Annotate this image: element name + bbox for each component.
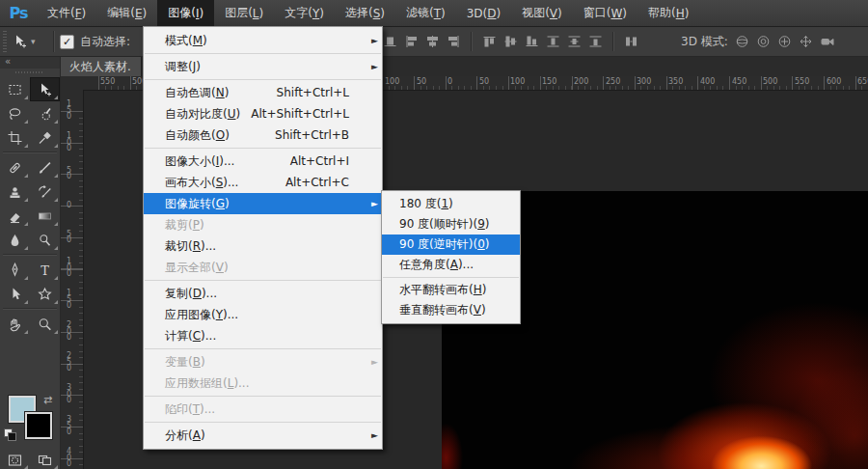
history-brush-tool[interactable]: [30, 179, 60, 204]
tools-panel-grip[interactable]: [15, 71, 44, 73]
menu-item-reveal-all: 显示全部(V): [144, 257, 382, 278]
menu-item-calculations[interactable]: 计算(C)...: [144, 325, 382, 346]
submenu-item-rotate-180[interactable]: 180 度(1): [382, 194, 520, 214]
hruler-number: 200: [574, 77, 588, 86]
submenu-item-rotate-90-ccw[interactable]: 90 度(逆时针)(0): [382, 234, 520, 255]
align-left-icon[interactable]: [404, 35, 419, 48]
submenu-item-flip-vertical[interactable]: 垂直翻转画布(V): [382, 300, 520, 320]
3d-camera-icon[interactable]: [820, 35, 834, 48]
3d-pan-icon[interactable]: [777, 35, 792, 48]
tools-panel: « T ⇄: [0, 56, 61, 469]
eraser-tool[interactable]: [0, 204, 30, 228]
options-bar-grip[interactable]: [3, 31, 7, 52]
menu-item-auto-color[interactable]: 自动颜色(O)Shift+Ctrl+B: [144, 124, 382, 146]
color-swatches: ⇄: [0, 396, 60, 446]
submenu-item-flip-horizontal[interactable]: 水平翻转画布(H): [382, 280, 520, 300]
align-buttons-group: [383, 27, 638, 56]
dist-bottom-icon[interactable]: [588, 35, 603, 48]
options-bar: ▾ ✓ 自动选择: 3D 模式:: [0, 27, 868, 57]
hruler-number: 150: [542, 77, 556, 86]
align-bottom-icon[interactable]: [525, 35, 539, 48]
hruler-number: 50: [479, 77, 489, 86]
align-hcenter-icon[interactable]: [425, 35, 440, 48]
clone-stamp-tool[interactable]: [0, 179, 30, 204]
menu-item-image-size[interactable]: 图像大小(I)...Alt+Ctrl+I: [144, 151, 382, 172]
submenu-arrow-icon: ►: [366, 199, 378, 208]
quick-selection-tool[interactable]: [30, 101, 60, 125]
move-tool-icon: [12, 34, 28, 49]
hruler-number: 550: [100, 77, 115, 86]
background-color-swatch[interactable]: [25, 412, 52, 439]
vertical-ruler[interactable]: 2 0 01 5 01 0 05 005 01 0 01 5 02 0 02 5…: [60, 90, 84, 469]
pen-tool[interactable]: [0, 258, 30, 282]
document-tab[interactable]: 火焰人素材.: [60, 57, 142, 77]
menubar-item-type[interactable]: 文字(Y): [274, 0, 335, 26]
submenu-item-arbitrary[interactable]: 任意角度(A)...: [382, 255, 520, 275]
crop-tool[interactable]: [0, 125, 30, 150]
align-vmiddle-icon[interactable]: [503, 35, 518, 48]
gradient-tool[interactable]: [30, 204, 60, 228]
default-colors-icon[interactable]: [4, 428, 15, 440]
swap-colors-icon[interactable]: ⇄: [43, 394, 52, 406]
dist-top-icon[interactable]: [546, 35, 560, 48]
current-tool-preset[interactable]: ▾: [12, 30, 50, 53]
dist-vcenter-icon[interactable]: [567, 35, 582, 48]
type-tool[interactable]: T: [30, 258, 60, 282]
3d-roll-icon[interactable]: [756, 35, 771, 48]
submenu-arrow-icon: ►: [366, 430, 378, 440]
menubar-item-window[interactable]: 窗口(W): [573, 0, 637, 26]
menubar-item-file[interactable]: 文件(F): [37, 0, 96, 26]
menu-item-variables: 变量(B)►: [144, 351, 382, 372]
menu-item-auto-contrast[interactable]: 自动对比度(U)Alt+Shift+Ctrl+L: [144, 103, 382, 124]
zoom-tool[interactable]: [30, 312, 60, 336]
custom-shape-tool[interactable]: [30, 282, 60, 306]
lasso-tool[interactable]: [0, 101, 30, 125]
menu-item-apply-image[interactable]: 应用图像(Y)...: [144, 304, 382, 325]
menubar-item-3d[interactable]: 3D(D): [456, 0, 512, 26]
collapse-panel-button[interactable]: «: [0, 56, 60, 69]
screen-mode-button[interactable]: [30, 450, 60, 469]
vruler-number: 2 5 0: [67, 353, 71, 372]
menubar-item-select[interactable]: 选择(S): [335, 0, 395, 26]
move-tool[interactable]: [30, 77, 60, 101]
menu-item-adjustments[interactable]: 调整(J)►: [144, 56, 382, 77]
hruler-number: 550: [795, 77, 809, 86]
menubar-item-view[interactable]: 视图(V): [511, 0, 573, 26]
menu-item-mode[interactable]: 模式(M)►: [144, 30, 382, 51]
menubar-item-edit[interactable]: 编辑(E): [96, 0, 157, 26]
tools-bottom-buttons: [0, 450, 60, 469]
vruler-number: 5 0: [67, 232, 71, 244]
path-selection-tool[interactable]: [0, 282, 30, 306]
hand-tool[interactable]: [0, 312, 30, 336]
auto-select-checkbox[interactable]: ✓: [60, 35, 74, 49]
menu-item-canvas-size[interactable]: 画布大小(S)...Alt+Ctrl+C: [144, 172, 382, 193]
menu-item-duplicate[interactable]: 复制(D)...: [144, 283, 382, 304]
3d-rotate-icon[interactable]: [735, 35, 749, 48]
menu-item-image-rotation[interactable]: 图像旋转(G)►: [144, 193, 382, 214]
menubar-item-image[interactable]: 图像(I): [157, 0, 214, 26]
eyedropper-tool[interactable]: [30, 125, 60, 150]
shortcut-auto-color: Shift+Ctrl+B: [275, 128, 366, 142]
brush-tool[interactable]: [30, 155, 60, 179]
vruler-number: 1 0 0: [67, 133, 71, 152]
quick-mask-button[interactable]: [0, 450, 30, 469]
3d-slide-icon[interactable]: [799, 35, 813, 48]
menubar-item-help[interactable]: 帮助(H): [637, 0, 699, 26]
dodge-tool[interactable]: [30, 228, 60, 252]
dist-spacing-icon[interactable]: [624, 35, 638, 48]
menubar-item-layer[interactable]: 图层(L): [214, 0, 274, 26]
menu-item-auto-tone[interactable]: 自动色调(N)Shift+Ctrl+L: [144, 82, 382, 103]
rectangular-marquee-tool[interactable]: [0, 77, 30, 101]
blur-tool[interactable]: [0, 228, 30, 252]
menu-item-analysis[interactable]: 分析(A)►: [144, 425, 382, 446]
menu-item-trap: 陷印(T)...: [144, 399, 382, 420]
menu-separator: [145, 422, 381, 423]
align-right-icon[interactable]: [447, 35, 461, 48]
menu-item-trim[interactable]: 裁切(R)...: [144, 235, 382, 257]
submenu-item-rotate-90-cw[interactable]: 90 度(顺时针)(9): [382, 214, 520, 234]
align-top-icon[interactable]: [482, 35, 497, 48]
vruler-number: 2 0 0: [67, 322, 71, 342]
align-bottom-edge-icon[interactable]: [383, 35, 397, 48]
menubar-item-filter[interactable]: 滤镜(T): [395, 0, 456, 26]
spot-healing-brush-tool[interactable]: [0, 155, 30, 179]
